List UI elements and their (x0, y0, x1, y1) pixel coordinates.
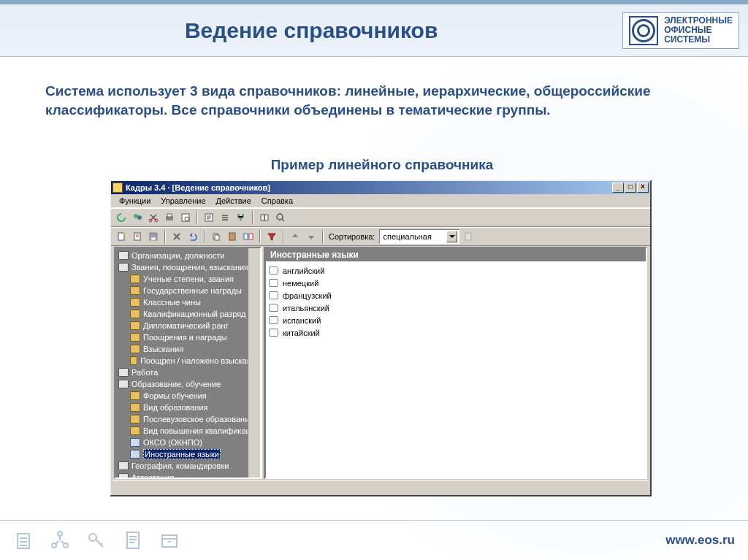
tool-cut-icon[interactable] (146, 210, 161, 225)
list-item[interactable]: французский (269, 289, 643, 302)
sort-value: специальная (383, 232, 431, 241)
tree-item[interactable]: Работа (115, 367, 260, 378)
folder-icon (130, 345, 140, 353)
tool-move-up-icon[interactable] (288, 229, 302, 244)
tree-item[interactable]: Аттестация (115, 472, 260, 479)
tool-paste-icon[interactable] (225, 229, 240, 244)
close-button[interactable]: × (637, 183, 649, 193)
tool-new-icon[interactable] (114, 229, 129, 244)
tool-copy-icon[interactable] (209, 229, 224, 244)
tree-item[interactable]: Звания, поощрения, взыскания (115, 261, 260, 273)
svg-rect-16 (151, 237, 156, 240)
tool-filter-icon[interactable] (264, 229, 279, 244)
tool-move-down-icon[interactable] (304, 229, 318, 244)
tool-compare-icon[interactable] (241, 229, 256, 244)
tree-item[interactable]: Квалификационный разряд (115, 308, 260, 320)
list-item[interactable]: английский (269, 264, 643, 277)
tree-item-label: Квалификационный разряд (143, 310, 246, 318)
menu-manage[interactable]: Управление (156, 195, 210, 207)
list-body: английскийнемецкийфранцузскийитальянский… (266, 261, 646, 342)
tree-item-label: Вид повышения квалификации (143, 426, 259, 435)
minimize-button[interactable]: _ (612, 183, 624, 193)
tree-item[interactable]: Организации, должности (115, 250, 260, 261)
tree-item[interactable]: Дипломатический ранг (115, 320, 260, 331)
tree-item[interactable]: Образование, обучение (115, 378, 260, 390)
category-icon (118, 380, 129, 388)
tree-item[interactable]: Формы обучения (115, 390, 260, 402)
sort-label: Сортировка: (329, 232, 375, 241)
tool-undo-icon[interactable] (186, 229, 200, 244)
maximize-button[interactable]: □ (625, 183, 636, 193)
tree-item-label: География, командировки (131, 461, 229, 470)
category-icon (118, 473, 129, 479)
tool-save-icon[interactable] (146, 229, 161, 244)
toolbar-secondary: Сортировка: специальная (111, 227, 650, 246)
svg-rect-10 (242, 214, 244, 216)
tool-list-icon[interactable] (218, 210, 232, 225)
tree-pane[interactable]: Организации, должностиЗвания, поощрения,… (114, 247, 262, 479)
tool-search-icon[interactable] (273, 210, 288, 225)
list-item[interactable]: итальянский (269, 302, 643, 314)
list-item-label: испанский (283, 316, 321, 325)
list-item-label: итальянский (283, 304, 329, 312)
list-item-label: китайский (283, 329, 320, 337)
tool-apply-sort-icon[interactable] (461, 229, 476, 244)
tool-delete-icon[interactable] (169, 229, 184, 244)
tree-item[interactable]: География, командировки (115, 460, 260, 472)
folder-icon (130, 298, 140, 307)
tree-item[interactable]: ОКСО (ОКНПО) (115, 437, 260, 448)
app-icon (112, 183, 123, 193)
tool-edit-icon[interactable] (130, 229, 145, 244)
tool-preview-icon[interactable] (178, 210, 193, 225)
record-icon (269, 266, 278, 275)
menu-action[interactable]: Действие (211, 195, 256, 207)
svg-point-12 (277, 214, 283, 220)
svg-rect-23 (465, 233, 471, 240)
toolbar-separator (252, 211, 253, 224)
tree-item[interactable]: Классные чины (115, 296, 260, 308)
list-item[interactable]: испанский (269, 314, 643, 326)
dropdown-icon[interactable] (446, 231, 457, 242)
tree-item-label: Аттестация (131, 473, 174, 479)
tool-book-icon[interactable] (257, 210, 272, 225)
list-item[interactable]: немецкий (269, 277, 643, 289)
tool-print-icon[interactable] (162, 210, 177, 225)
record-icon (269, 279, 278, 287)
tool-refresh-icon[interactable] (114, 210, 129, 225)
category-icon (118, 461, 129, 470)
list-item-label: английский (283, 266, 324, 275)
folder-icon (130, 286, 140, 295)
tool-users-icon[interactable] (130, 210, 145, 225)
tree-item[interactable]: Вид повышения квалификации (115, 425, 260, 437)
tree-item[interactable]: Иностранные языки (115, 448, 260, 460)
toolbar-separator (164, 230, 166, 243)
menu-help[interactable]: Справка (256, 195, 298, 207)
tree-item[interactable]: Поощрения и награды (115, 331, 260, 343)
tree-item-label: Образование, обучение (131, 380, 221, 388)
tree-item-label: Иностранные языки (143, 449, 221, 459)
list-pane: Иностранные языки английскийнемецкийфран… (264, 247, 647, 479)
tree-item-label: Взыскания (143, 345, 183, 353)
tree-item[interactable]: Послевузовское образование (115, 413, 260, 425)
tree-item-label: Организации, должности (131, 251, 225, 260)
list-item[interactable]: китайский (269, 326, 643, 339)
tree-item-label: Классные чины (143, 298, 201, 307)
tree-item-label: Послевузовское образование (143, 415, 253, 423)
tool-properties-icon[interactable] (202, 210, 216, 225)
document-icon (130, 450, 140, 459)
slide-paragraph: Система использует 3 вида справочников: … (45, 82, 719, 119)
menu-functions[interactable]: Функции (114, 195, 156, 207)
tree-item[interactable]: Взыскания (115, 343, 260, 355)
tree-item[interactable]: Ученые степени, звания (115, 273, 260, 285)
folder-icon (130, 403, 140, 412)
slide-header: Ведение справочников ЭЛЕКТРОННЫЕ ОФИСНЫЕ… (0, 4, 748, 57)
folder-icon (130, 333, 140, 342)
tree-item[interactable]: Вид образования (115, 402, 260, 413)
tool-tree-icon[interactable] (234, 210, 248, 225)
tree-item-label: Ученые степени, звания (143, 275, 234, 283)
sort-select[interactable]: специальная (379, 229, 459, 244)
tree-item[interactable]: Поощрен / наложено взыскание (115, 355, 260, 367)
titlebar[interactable]: Кадры 3.4 · [Ведение справочников] _ □ × (111, 181, 650, 194)
brand-emblem-icon (629, 16, 658, 45)
tree-item[interactable]: Государственные награды (115, 285, 260, 296)
